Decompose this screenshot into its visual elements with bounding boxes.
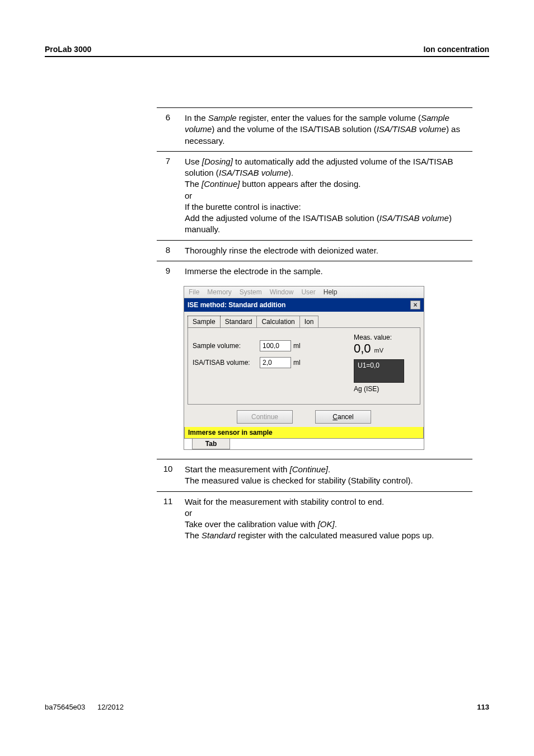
- footer-id: ba75645e03: [45, 703, 85, 711]
- status-bar: Immerse sensor in sample: [184, 427, 424, 439]
- isa-volume-unit: ml: [293, 359, 301, 367]
- step-text-8: Thoroughly rinse the electrode with deio…: [179, 241, 472, 261]
- step-text-11: Wait for the measurement with stability …: [179, 492, 472, 546]
- sample-volume-unit: ml: [293, 342, 301, 350]
- meas-value: 0,0: [354, 341, 371, 356]
- tab-ion[interactable]: Ion: [299, 316, 319, 327]
- tab-sample[interactable]: Sample: [188, 316, 221, 328]
- footer-date: 12/2012: [97, 703, 124, 711]
- step-number-9: 9: [157, 261, 179, 280]
- sample-volume-input[interactable]: [260, 340, 291, 351]
- close-icon[interactable]: ×: [410, 300, 420, 309]
- menu-memory: Memory: [207, 288, 231, 296]
- menubar: File Memory System Window User Help: [184, 287, 424, 298]
- step-text-7: Use [Dosing] to automatically add the ad…: [179, 152, 472, 240]
- tab-calculation[interactable]: Calculation: [256, 316, 299, 327]
- tab-standard[interactable]: Standard: [220, 316, 257, 327]
- cancel-button[interactable]: Cancel: [315, 410, 371, 424]
- menu-file: File: [189, 288, 199, 296]
- ion-label: Ag (ISE): [354, 385, 415, 393]
- meas-value-label: Meas. value:: [354, 334, 415, 341]
- menu-system: System: [240, 288, 262, 296]
- step-number-10: 10: [157, 459, 179, 478]
- sample-volume-label: Sample volume:: [193, 342, 260, 350]
- menu-help[interactable]: Help: [324, 288, 338, 296]
- step-text-9: Immerse the electrode in the sample.: [179, 261, 472, 281]
- step-text-6: In the Sample register, enter the values…: [179, 108, 472, 151]
- menu-user: User: [301, 288, 315, 296]
- footer-page: 113: [477, 703, 489, 711]
- step-number-6: 6: [157, 108, 179, 126]
- meas-unit: mV: [374, 347, 384, 354]
- header-right: Ion concentration: [424, 45, 489, 54]
- window-title: ISE method: Standard addition: [188, 301, 285, 309]
- step-number-11: 11: [157, 492, 179, 510]
- header-left: ProLab 3000: [45, 45, 91, 54]
- step-number-8: 8: [157, 241, 179, 259]
- u1-readout: U1=0,0: [354, 359, 404, 383]
- step-text-10: Start the measurement with [Continue]. T…: [179, 459, 472, 491]
- tab-indicator: Tab: [192, 439, 230, 449]
- application-window: File Memory System Window User Help ISE …: [184, 286, 424, 450]
- menu-window: Window: [270, 288, 294, 296]
- isa-volume-label: ISA/TISAB volume:: [193, 359, 260, 367]
- isa-volume-input[interactable]: [260, 357, 291, 368]
- continue-button: Continue: [237, 410, 293, 424]
- step-number-7: 7: [157, 152, 179, 170]
